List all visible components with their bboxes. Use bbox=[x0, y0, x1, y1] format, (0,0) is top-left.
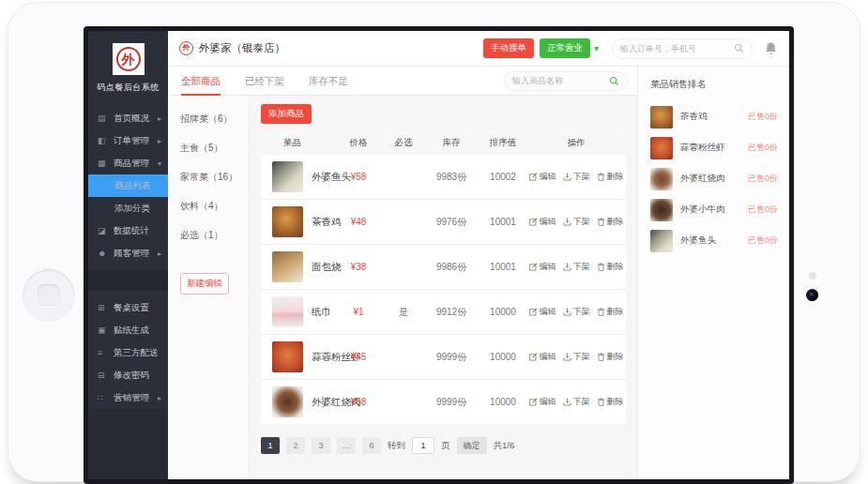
ranking-dish-name: 茶香鸡 bbox=[680, 111, 708, 123]
edit-button[interactable]: 编辑 bbox=[529, 216, 556, 228]
off-shelf-button[interactable]: 下架 bbox=[563, 261, 590, 273]
dish-sort-value: 10000 bbox=[480, 397, 526, 407]
delete-button[interactable]: 删除 bbox=[597, 171, 624, 183]
product-search-box[interactable] bbox=[504, 71, 628, 91]
delete-button[interactable]: 删除 bbox=[597, 261, 624, 273]
sidebar-item-label: 数据统计 bbox=[114, 225, 149, 237]
dish-sort-value: 10001 bbox=[480, 262, 526, 272]
ranking-item: 外婆小牛肉 已售0份 bbox=[650, 194, 778, 225]
off-shelf-button[interactable]: 下架 bbox=[563, 396, 590, 408]
sidebar-item-table-settings[interactable]: ⊞ 餐桌设置 bbox=[88, 296, 168, 319]
page-button-6[interactable]: 6 bbox=[362, 437, 381, 454]
app-window: 外 码点餐后台系统 ▤ 首页概况 ▸ ◧ 订单管理 ▸ ▦ bbox=[88, 31, 789, 479]
edit-button[interactable]: 编辑 bbox=[529, 396, 556, 408]
sidebar-item-overview[interactable]: ▤ 首页概况 ▸ bbox=[88, 107, 168, 129]
sidebar-item-marketing[interactable]: ∷ 营销管理 ▸ bbox=[88, 386, 168, 409]
category-item[interactable]: 必选（1） bbox=[180, 229, 249, 242]
column-header-stock: 库存 bbox=[423, 137, 480, 149]
ranking-sold-count: 已售0份 bbox=[748, 173, 778, 185]
topbar: 外 外婆家（银泰店） 手动接单 正常营业 ▾ bbox=[168, 31, 789, 67]
order-search-input[interactable] bbox=[620, 44, 734, 53]
sidebar-item-add-category[interactable]: 添加分类 bbox=[88, 197, 168, 219]
stats-icon: ◪ bbox=[98, 226, 109, 235]
off-shelf-icon bbox=[563, 173, 571, 181]
home-button[interactable] bbox=[23, 269, 75, 322]
goto-confirm-button[interactable]: 确定 bbox=[457, 437, 487, 454]
sidebar-item-goods[interactable]: ▦ 商品管理 ▾ bbox=[88, 152, 168, 174]
sidebar-item-customers[interactable]: ☻ 顾客管理 ▸ bbox=[88, 242, 168, 265]
category-item[interactable]: 招牌菜（6） bbox=[180, 113, 249, 126]
page-button-ellipsis[interactable]: … bbox=[337, 437, 356, 454]
page-button-1[interactable]: 1 bbox=[261, 437, 280, 454]
table-row: 茶香鸡 ¥48 9976份 10001 编辑 下架 删除 bbox=[261, 200, 626, 245]
new-edit-button[interactable]: 新建编辑 bbox=[180, 273, 229, 295]
off-shelf-button[interactable]: 下架 bbox=[563, 306, 590, 318]
sidebar-item-sticker[interactable]: ▣ 贴纸生成 bbox=[88, 319, 168, 341]
customers-icon: ☻ bbox=[98, 249, 109, 258]
ranking-item: 茶香鸡 已售0份 bbox=[650, 101, 778, 132]
delete-button[interactable]: 删除 bbox=[597, 306, 624, 318]
dish-stock: 9999份 bbox=[423, 351, 480, 364]
search-icon[interactable] bbox=[734, 43, 744, 53]
ranking-title: 菜品销售排名 bbox=[650, 78, 778, 91]
add-product-button[interactable]: 添加商品 bbox=[261, 104, 312, 124]
ranking-sold-count: 已售0份 bbox=[748, 142, 778, 154]
dish-photo bbox=[650, 106, 673, 129]
delete-button[interactable]: 删除 bbox=[597, 351, 624, 363]
edit-button[interactable]: 编辑 bbox=[529, 306, 556, 318]
dish-stock: 9912份 bbox=[423, 306, 480, 319]
edit-button[interactable]: 编辑 bbox=[529, 261, 556, 273]
edit-button[interactable]: 编辑 bbox=[529, 351, 556, 363]
ranking-dish-name: 外婆小牛肉 bbox=[680, 204, 725, 216]
tab-low-stock[interactable]: 库存不足 bbox=[309, 67, 348, 96]
manual-order-button[interactable]: 手动接单 bbox=[483, 38, 534, 58]
table-row: 面包烧 ¥38 9986份 10001 编辑 下架 删除 bbox=[261, 245, 626, 290]
tab-off-shelf[interactable]: 已经下架 bbox=[245, 67, 284, 96]
goto-page-input[interactable] bbox=[412, 437, 434, 454]
tab-all-products[interactable]: 全部商品 bbox=[181, 67, 221, 96]
sidebar-item-label: 第三方配送 bbox=[114, 347, 159, 359]
order-search-box[interactable] bbox=[612, 38, 753, 59]
light-sensor bbox=[809, 272, 816, 280]
sidebar-item-statistics[interactable]: ◪ 数据统计 bbox=[88, 219, 168, 242]
status-chevron-down-icon[interactable]: ▾ bbox=[594, 43, 599, 53]
sidebar-item-password[interactable]: ⊟ 修改密码 bbox=[88, 364, 168, 386]
store-logo-icon: 外 bbox=[179, 41, 193, 55]
delete-button[interactable]: 删除 bbox=[597, 216, 624, 228]
content-area: 招牌菜（6） 主食（5） 家常菜（16） 饮料（4） 必选（1） 新建编辑 添加… bbox=[168, 96, 637, 479]
dish-photo bbox=[650, 137, 673, 159]
sticker-icon: ▣ bbox=[98, 325, 109, 335]
column-header-actions: 操作 bbox=[526, 137, 626, 149]
sidebar-item-delivery[interactable]: ≡ 第三方配送 bbox=[88, 341, 168, 364]
off-shelf-icon bbox=[563, 218, 571, 226]
off-shelf-button[interactable]: 下架 bbox=[563, 351, 590, 363]
category-item[interactable]: 饮料（4） bbox=[180, 200, 249, 213]
off-shelf-button[interactable]: 下架 bbox=[563, 216, 590, 228]
category-item[interactable]: 家常菜（16） bbox=[180, 171, 249, 184]
ranking-dish-name: 蒜蓉粉丝虾 bbox=[680, 142, 725, 154]
dish-photo bbox=[272, 341, 303, 372]
pagination: 1 2 3 … 6 转到 页 确定 共1/6 bbox=[261, 437, 626, 454]
search-icon[interactable] bbox=[609, 76, 619, 86]
dish-photo bbox=[272, 161, 303, 192]
page-button-3[interactable]: 3 bbox=[312, 437, 330, 454]
dish-sort-value: 10002 bbox=[480, 172, 526, 182]
delete-button[interactable]: 删除 bbox=[597, 396, 624, 408]
page-total-label: 共1/6 bbox=[494, 440, 515, 452]
product-search-input[interactable] bbox=[512, 76, 609, 85]
page-button-2[interactable]: 2 bbox=[286, 437, 305, 454]
home-button-inner bbox=[38, 284, 60, 307]
sidebar-item-label: 订单管理 bbox=[114, 135, 149, 147]
notification-bell-icon[interactable] bbox=[764, 41, 778, 56]
edit-button[interactable]: 编辑 bbox=[529, 171, 556, 183]
ranking-sold-count: 已售0份 bbox=[748, 204, 778, 216]
off-shelf-button[interactable]: 下架 bbox=[563, 171, 590, 183]
marketing-icon: ∷ bbox=[98, 393, 109, 402]
trash-icon bbox=[597, 173, 605, 181]
category-item[interactable]: 主食（5） bbox=[180, 142, 249, 155]
business-status-button[interactable]: 正常营业 bbox=[540, 38, 590, 58]
dish-price: ¥58 bbox=[333, 172, 384, 182]
sidebar-item-orders[interactable]: ◧ 订单管理 ▸ bbox=[88, 129, 168, 152]
sidebar-item-goods-list[interactable]: 商品列表 bbox=[88, 174, 168, 197]
off-shelf-icon bbox=[563, 398, 571, 406]
